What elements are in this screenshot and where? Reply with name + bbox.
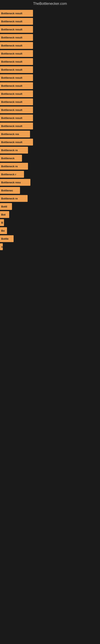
bar-row [0, 267, 100, 275]
bottleneck-bar: Bo [0, 227, 7, 234]
bar-row: Bottleneck r [0, 170, 100, 178]
bar-row [0, 259, 100, 267]
bar-row: Bottleneck resu [0, 178, 100, 186]
bar-label: Bottleneck result [1, 84, 22, 87]
bar-row: Bottleneck result [0, 58, 100, 66]
bar-row: Bottleneck result [0, 74, 100, 82]
bar-label: Bottleneck result [1, 44, 22, 47]
bar-label: Bottleneck result [1, 52, 22, 55]
bottleneck-bar: Bottl [0, 203, 12, 210]
bar-label: Bot [1, 213, 6, 216]
bar-label: Bottleneck result [1, 60, 22, 63]
bottleneck-bar: n [0, 243, 3, 250]
bar-row: Bottleneck re [0, 162, 100, 170]
bottleneck-bar: Bottleneck result [0, 34, 33, 41]
bar-row: n [0, 243, 100, 250]
bar-label: Bottleneck result [1, 92, 22, 96]
bottleneck-bar: Bottleneck result [0, 26, 33, 33]
bar-label: n [1, 245, 3, 248]
bar-row: Bottleneck re [0, 146, 100, 154]
bar-label: Bottleneck result [1, 36, 22, 39]
bar-row [0, 291, 100, 299]
bar-row [0, 251, 100, 258]
bottleneck-bar: Bottleneck result [0, 122, 33, 130]
bar-label: Bottleneck re [1, 165, 18, 168]
bar-label: Bottleneck r [1, 173, 16, 176]
bottleneck-bar: Bottleneck result [0, 10, 33, 17]
bar-row: Bottl [0, 203, 100, 210]
bar-row: Bottleneck result [0, 90, 100, 98]
bar-row [0, 307, 100, 315]
bar-label: Bottleneck result [1, 12, 22, 15]
bottleneck-bar: Bottleneck result [0, 66, 33, 73]
bar-row: B [0, 219, 100, 226]
bar-row: Bottleneck result [0, 26, 100, 33]
bottleneck-bar: Bottlenec [0, 187, 20, 194]
bottleneck-bar: Bottleneck result [0, 139, 33, 146]
bottleneck-bar: Bottleneck res [0, 130, 30, 138]
bar-row: Bottleneck result [0, 138, 100, 146]
bottleneck-bar: Bottleneck re [0, 147, 28, 154]
bar-label: Bottleneck [1, 157, 14, 160]
bottleneck-bar: Bottleneck result [0, 90, 33, 97]
bottleneck-bar: Bottleneck result [0, 58, 33, 65]
bars-container: Bottleneck resultBottleneck resultBottle… [0, 8, 100, 317]
bar-label: Bottleneck result [1, 28, 22, 31]
bar-row: Bottleneck result [0, 34, 100, 41]
bottleneck-bar: Bottleneck result [0, 106, 33, 113]
bottleneck-bar: Bottleneck re [0, 163, 28, 170]
bar-row: Bottleneck [0, 154, 100, 162]
bar-row: Bottlenec [0, 186, 100, 194]
bar-label: Bottleneck result [1, 76, 22, 79]
bottleneck-bar: Bottle [0, 235, 14, 242]
bar-label: Bottleneck result [1, 20, 22, 23]
bar-row: Bottleneck result [0, 66, 100, 74]
bar-row: Bot [0, 211, 100, 218]
bottleneck-bar: Bot [0, 211, 9, 218]
bar-row: Bottleneck result [0, 50, 100, 57]
bottleneck-bar: Bottleneck result [0, 42, 33, 49]
bar-row: Bottle [0, 235, 100, 242]
bar-row [0, 299, 100, 307]
bottleneck-bar: Bottleneck re [0, 195, 28, 202]
bar-row [0, 275, 100, 283]
bar-label: Bottleneck result [1, 116, 22, 120]
bar-row: Bottleneck result [0, 98, 100, 106]
bottleneck-bar: Bottleneck resu [0, 179, 30, 186]
bar-label: Bo [1, 229, 4, 232]
bar-row: Bottleneck result [0, 18, 100, 25]
bar-label: Bottlenec [1, 189, 13, 192]
bar-label: Bottl [1, 205, 7, 208]
bar-label: Bottleneck re [1, 197, 18, 200]
bottleneck-bar: Bottleneck result [0, 98, 33, 105]
bottleneck-bar: Bottleneck result [0, 18, 33, 25]
bar-row: Bottleneck result [0, 10, 100, 17]
bar-label: Bottleneck result [1, 68, 22, 71]
bar-label: B [1, 221, 3, 224]
bottleneck-bar: Bottleneck result [0, 74, 33, 81]
bar-label: Bottleneck result [1, 108, 22, 112]
bar-label: Bottleneck result [1, 100, 22, 104]
bar-row: Bottleneck res [0, 130, 100, 138]
bar-row: Bottleneck result [0, 82, 100, 90]
bottleneck-bar: Bottleneck result [0, 50, 33, 57]
bar-row: Bottleneck result [0, 42, 100, 49]
bottleneck-bar: Bottleneck r [0, 171, 24, 178]
bar-label: Bottleneck resu [1, 181, 21, 184]
bottleneck-bar: B [0, 219, 4, 226]
bar-row [0, 283, 100, 291]
bar-row: Bottleneck result [0, 106, 100, 114]
site-title: TheBottlenecker.com [0, 0, 100, 8]
bottleneck-bar: Bottleneck [0, 155, 22, 162]
bottleneck-bar: Bottleneck result [0, 82, 33, 89]
bottleneck-bar: Bottleneck result [0, 114, 33, 121]
bar-row: Bo [0, 227, 100, 234]
bar-row: Bottleneck re [0, 194, 100, 202]
bar-label: Bottleneck re [1, 149, 18, 152]
bar-label: Bottle [1, 237, 9, 240]
bar-row: Bottleneck result [0, 122, 100, 130]
bar-row: Bottleneck result [0, 114, 100, 122]
bar-label: Bottleneck result [1, 141, 22, 144]
bar-label: Bottleneck res [1, 132, 19, 136]
bar-label: Bottleneck result [1, 124, 22, 128]
